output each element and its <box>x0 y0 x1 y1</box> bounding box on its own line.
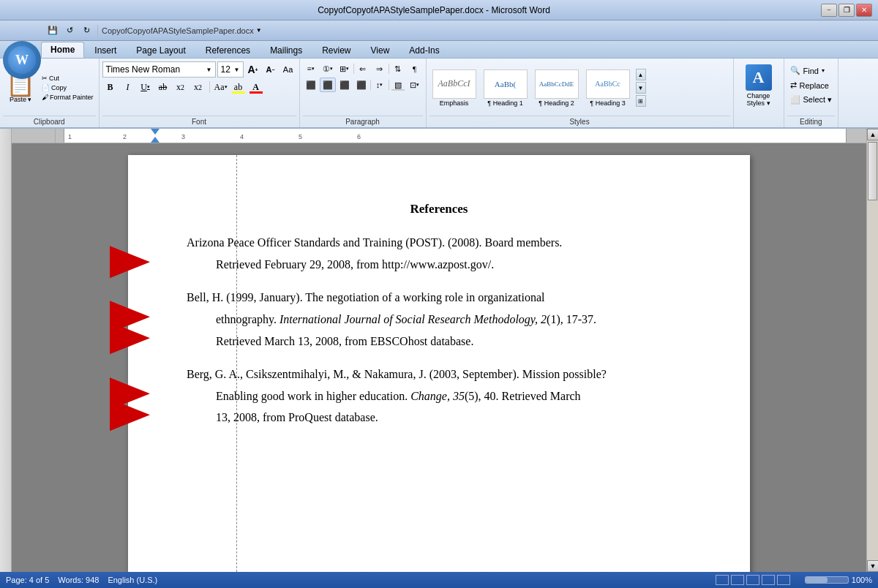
font-size-value: 12 <box>221 64 230 75</box>
paste-arrow[interactable]: ▾ <box>28 96 31 103</box>
scrollbar-track[interactable] <box>867 140 878 560</box>
tab-page-layout[interactable]: Page Layout <box>127 42 195 58</box>
web-layout-view[interactable] <box>746 575 759 585</box>
full-screen-view[interactable] <box>731 575 744 585</box>
show-formatting-button[interactable]: ¶ <box>407 61 423 76</box>
styles-scroll-up[interactable]: ▲ <box>636 69 646 80</box>
clear-formatting-button[interactable]: Aa <box>280 61 296 78</box>
decrease-indent-button[interactable]: ⇐ <box>355 61 371 76</box>
borders-button[interactable]: ⊡▾ <box>407 78 423 92</box>
draft-view[interactable] <box>777 575 790 585</box>
tab-view[interactable]: View <box>361 42 399 58</box>
styles-more[interactable]: ⊞ <box>636 95 646 107</box>
style-heading3[interactable]: AaBbCc ¶ Heading 3 <box>583 68 633 108</box>
change-styles-button[interactable]: A ChangeStyles ▾ <box>737 61 781 110</box>
vertical-ruler <box>0 129 12 572</box>
quick-access-undo[interactable]: ↺ <box>62 23 77 38</box>
shading-button[interactable]: ▧ <box>390 78 406 92</box>
outline-view[interactable] <box>762 575 775 585</box>
font-group: Times New Roman ▼ 12 ▼ A+ A− Aa B I <box>100 59 300 127</box>
minimize-button[interactable]: − <box>821 4 837 17</box>
italic-button[interactable]: I <box>120 79 136 95</box>
vertical-scrollbar[interactable]: ▲ ▼ <box>866 129 878 572</box>
justify-button[interactable]: ⬛ <box>353 78 369 92</box>
strikethrough-button[interactable]: ab <box>155 79 171 95</box>
tab-add-ins[interactable]: Add-Ins <box>399 42 449 58</box>
bold-button[interactable]: B <box>102 79 119 95</box>
restore-button[interactable]: ❐ <box>838 4 855 17</box>
styles-label: Styles <box>429 116 730 127</box>
quick-access-redo[interactable]: ↻ <box>79 23 94 38</box>
replace-button[interactable]: ⇄ Replace <box>787 79 836 91</box>
find-arrow[interactable]: ▾ <box>822 67 825 74</box>
style-heading2[interactable]: AaBbCcDdE ¶ Heading 2 <box>532 68 582 108</box>
close-button[interactable]: ✕ <box>856 4 872 17</box>
change-styles-label: ChangeStyles ▾ <box>747 92 770 107</box>
first-line-indent[interactable] <box>151 129 160 135</box>
subscript-button[interactable]: x2 <box>173 79 189 95</box>
font-color-button[interactable]: A <box>248 79 264 95</box>
tab-review[interactable]: Review <box>312 42 360 58</box>
sort-button[interactable]: ⇅ <box>390 61 406 76</box>
scrollbar-thumb[interactable] <box>868 142 877 200</box>
change-styles-icon: A <box>746 64 772 91</box>
bell-italic-journal: International Journal of Social Research… <box>279 313 547 325</box>
underline-button[interactable]: U ▾ <box>138 79 154 95</box>
style-emphasis[interactable]: AaBbCcI Emphasis <box>429 68 479 108</box>
office-button[interactable]: W <box>3 41 41 79</box>
ribbon-tabs: Home Insert Page Layout References Maili… <box>0 41 878 59</box>
font-name-arrow[interactable]: ▼ <box>206 67 212 73</box>
styles-scroll: ▲ ▼ ⊞ <box>634 67 648 108</box>
format-painter-button[interactable]: 🖌 Format Painter <box>40 93 96 102</box>
print-layout-view[interactable] <box>716 575 729 585</box>
font-size-selector[interactable]: 12 ▼ <box>217 61 244 78</box>
tab-references[interactable]: References <box>196 42 260 58</box>
berg-indent-line2: 13, 2008, from ProQuest database. <box>216 408 691 427</box>
style-heading1[interactable]: AaBb( ¶ Heading 1 <box>481 68 530 108</box>
copy-button[interactable]: 📄 Copy <box>40 83 96 92</box>
hanging-indent[interactable] <box>151 137 160 143</box>
align-center-button[interactable]: ⬛ <box>320 78 336 92</box>
tab-home[interactable]: Home <box>41 42 84 58</box>
zoom-slider[interactable] <box>805 576 849 584</box>
line-spacing-button[interactable]: ↕▾ <box>372 78 388 92</box>
quick-access-save[interactable]: 💾 <box>45 23 60 38</box>
svg-text:6: 6 <box>357 133 361 140</box>
editing-group: 🔍 Find ▾ ⇄ Replace ⬜ Select ▾ Editing <box>784 59 839 127</box>
styles-scroll-down[interactable]: ▼ <box>636 82 646 94</box>
text-case-button[interactable]: Aa ▾ <box>213 79 229 95</box>
font-name-selector[interactable]: Times New Roman ▼ <box>102 61 216 78</box>
font-grow-button[interactable]: A+ <box>245 61 261 78</box>
increase-indent-button[interactable]: ⇒ <box>372 61 388 76</box>
font-shrink-button[interactable]: A− <box>263 61 279 78</box>
page-area[interactable]: References Arizona Peace Officer Standar… <box>12 143 866 572</box>
horizontal-ruler: 1 2 3 4 5 6 <box>12 129 866 143</box>
cut-button[interactable]: ✂ Cut <box>40 74 96 83</box>
select-button[interactable]: ⬜ Select ▾ <box>787 94 836 106</box>
find-button[interactable]: 🔍 Find ▾ <box>787 64 836 77</box>
style-emphasis-label: Emphasis <box>440 99 469 107</box>
tab-mailings[interactable]: Mailings <box>260 42 312 58</box>
zoom-level: 100% <box>852 576 872 584</box>
paragraph-group: ≡▾ ①▾ ⊞▾ ⇐ ⇒ ⇅ ¶ ⬛ ⬛ ⬛ ⬛ <box>300 59 427 127</box>
reference-entry-arizona: Arizona Peace Officer Standards and Trai… <box>187 233 691 274</box>
align-right-button[interactable]: ⬛ <box>337 78 353 92</box>
font-size-arrow[interactable]: ▼ <box>234 67 240 73</box>
highlight-button[interactable]: ab <box>230 79 247 95</box>
align-left-button[interactable]: ⬛ <box>303 78 319 92</box>
content-area: 1 2 3 4 5 6 <box>0 129 878 572</box>
word-count: Words: 948 <box>58 576 99 584</box>
style-heading1-label: ¶ Heading 1 <box>487 99 522 107</box>
berg-indent-line1: Enabling good work in higher education. … <box>216 387 691 406</box>
tab-insert[interactable]: Insert <box>85 42 126 58</box>
superscript-button[interactable]: x2 <box>190 79 206 95</box>
scroll-up-button[interactable]: ▲ <box>867 129 878 140</box>
bullets-button[interactable]: ≡▾ <box>303 61 319 76</box>
customize-qa-arrow[interactable]: ▼ <box>256 27 262 34</box>
numbering-button[interactable]: ①▾ <box>320 61 336 76</box>
multilevel-button[interactable]: ⊞▾ <box>337 61 353 76</box>
svg-text:3: 3 <box>181 133 185 140</box>
scroll-down-button[interactable]: ▼ <box>867 560 878 572</box>
reference-entry-berg: Berg, G. A., Csikszentmihalyi, M., & Nak… <box>187 365 691 427</box>
font-label: Font <box>102 116 296 127</box>
